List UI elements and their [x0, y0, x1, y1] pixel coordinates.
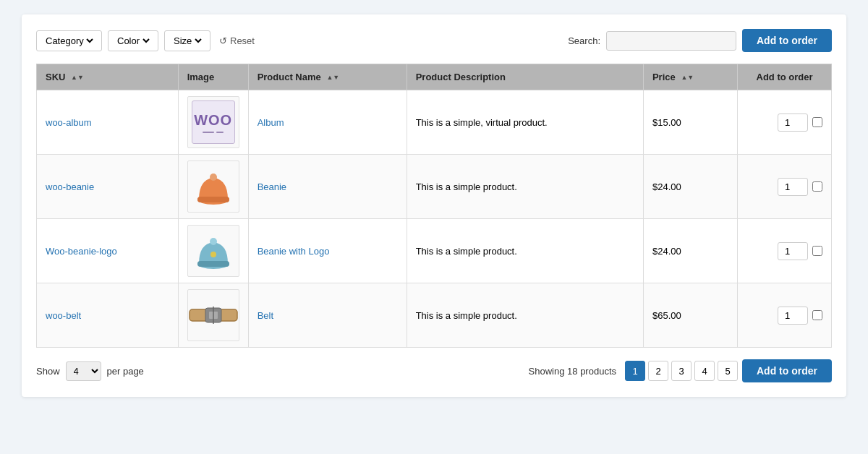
showing-text: Showing 18 products: [529, 366, 616, 377]
svg-point-2: [210, 174, 217, 181]
per-page-text: per page: [107, 366, 144, 377]
page-button-5[interactable]: 5: [718, 361, 738, 381]
svg-rect-4: [197, 261, 229, 267]
description-cell: This is a simple product.: [407, 283, 643, 348]
name-cell: Beanie with Logo: [248, 219, 407, 283]
size-filter[interactable]: Size: [164, 30, 210, 51]
table-row: woo-beanie BeanieThis is a simple produc…: [37, 155, 832, 219]
name-cell: Album: [248, 90, 407, 155]
sort-arrows-price: ▲▼: [681, 74, 694, 81]
page-button-2[interactable]: 2: [648, 361, 668, 381]
product-name-link[interactable]: Beanie with Logo: [258, 246, 330, 257]
add-to-order-cell: [738, 219, 832, 283]
page-button-3[interactable]: 3: [671, 361, 692, 381]
description-cell: This is a simple, virtual product.: [407, 90, 643, 155]
pagination-area: Showing 18 products 12345 Add to order: [529, 359, 832, 382]
quantity-input[interactable]: [778, 178, 808, 196]
product-name-link[interactable]: Album: [258, 117, 284, 128]
search-input[interactable]: [606, 31, 736, 51]
col-header-name[interactable]: Product Name ▲▼: [248, 64, 407, 90]
add-to-order-button-top[interactable]: Add to order: [742, 29, 832, 52]
show-label: Show: [36, 366, 60, 377]
sku-cell: woo-album: [37, 90, 179, 155]
add-row-checkbox[interactable]: [812, 310, 822, 320]
add-to-order-cell: [738, 155, 832, 219]
table-row: Woo-beanie-logo Beanie with LogoThis is …: [37, 219, 832, 283]
image-cell: [178, 219, 248, 283]
sku-cell: woo-belt: [37, 283, 179, 348]
page-buttons: 12345: [625, 361, 738, 381]
quantity-input[interactable]: [778, 242, 808, 260]
per-page-select[interactable]: 481632: [66, 361, 101, 381]
name-cell: Belt: [248, 283, 407, 348]
col-header-add: Add to order: [738, 64, 832, 90]
reset-label: Reset: [230, 35, 255, 46]
sort-arrows-name: ▲▼: [326, 74, 339, 81]
add-row-checkbox[interactable]: [812, 117, 822, 127]
description-cell: This is a simple product.: [407, 219, 643, 283]
search-label: Search:: [568, 35, 600, 46]
page-button-4[interactable]: 4: [694, 361, 715, 381]
category-select[interactable]: Category: [43, 35, 95, 47]
price-cell: $24.00: [643, 155, 737, 219]
sku-link[interactable]: woo-album: [46, 117, 92, 128]
footer: Show 481632 per page Showing 18 products…: [36, 359, 832, 382]
sort-arrows-sku: ▲▼: [71, 74, 84, 81]
add-to-order-button-bottom[interactable]: Add to order: [742, 359, 832, 382]
products-table: SKU ▲▼ Image Product Name ▲▼ Product Des…: [36, 64, 832, 348]
col-header-sku[interactable]: SKU ▲▼: [37, 64, 179, 90]
col-header-image: Image: [178, 64, 248, 90]
svg-rect-1: [197, 197, 229, 202]
category-filter[interactable]: Category: [36, 30, 102, 51]
reset-icon: ↺: [219, 35, 227, 46]
main-container: Category Color Size ↺ Reset Search: Add …: [22, 14, 846, 397]
svg-point-6: [210, 252, 216, 257]
col-header-description: Product Description: [407, 64, 643, 90]
sku-cell: Woo-beanie-logo: [37, 219, 179, 283]
add-row-checkbox[interactable]: [812, 246, 822, 256]
image-cell: WOO: [178, 90, 248, 155]
page-button-1[interactable]: 1: [625, 361, 645, 381]
table-header-row: SKU ▲▼ Image Product Name ▲▼ Product Des…: [37, 64, 832, 90]
size-select[interactable]: Size: [171, 35, 204, 47]
sku-link[interactable]: woo-beanie: [46, 181, 94, 192]
image-cell: [178, 283, 248, 348]
color-filter[interactable]: Color: [108, 30, 158, 51]
description-cell: This is a simple product.: [407, 155, 643, 219]
quantity-input[interactable]: [778, 113, 808, 132]
table-row: woo-album WOO AlbumThis is a simple, vir…: [37, 90, 832, 155]
price-cell: $65.00: [643, 283, 737, 348]
reset-button[interactable]: ↺ Reset: [219, 35, 255, 46]
image-cell: [178, 155, 248, 219]
search-area: Search:: [568, 31, 736, 51]
quantity-input[interactable]: [778, 307, 808, 325]
product-name-link[interactable]: Belt: [258, 310, 273, 321]
add-to-order-cell: [738, 90, 832, 155]
add-to-order-cell: [738, 283, 832, 348]
col-header-price[interactable]: Price ▲▼: [643, 64, 737, 90]
sku-link[interactable]: woo-belt: [46, 310, 81, 321]
product-name-link[interactable]: Beanie: [258, 181, 286, 192]
add-row-checkbox[interactable]: [812, 181, 822, 192]
table-row: woo-belt BeltThis is a simple product.$6…: [37, 283, 832, 348]
price-cell: $15.00: [643, 90, 737, 155]
sku-link[interactable]: Woo-beanie-logo: [46, 246, 117, 257]
price-cell: $24.00: [643, 219, 737, 283]
color-select[interactable]: Color: [114, 35, 152, 47]
name-cell: Beanie: [248, 155, 407, 219]
sku-cell: woo-beanie: [37, 155, 179, 219]
svg-point-5: [210, 238, 217, 245]
toolbar: Category Color Size ↺ Reset Search: Add …: [36, 29, 832, 52]
